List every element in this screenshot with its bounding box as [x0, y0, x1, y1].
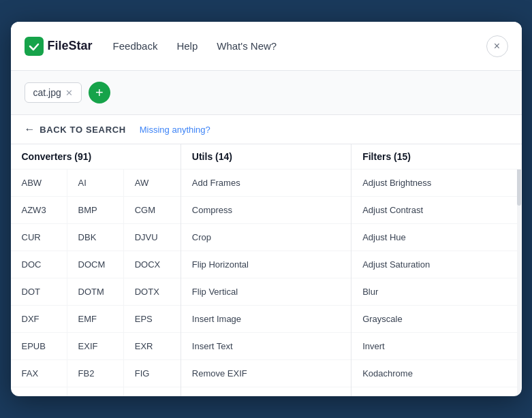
filter-item[interactable]: Adjust Hue — [351, 224, 521, 251]
add-file-icon: + — [95, 86, 104, 99]
converter-item[interactable]: FB2 — [67, 360, 124, 387]
converter-item[interactable]: FAX — [11, 360, 67, 387]
missing-anything-link[interactable]: Missing anything? — [140, 125, 210, 135]
scrollbar-track — [517, 144, 521, 396]
converter-item[interactable]: DOTX — [124, 278, 181, 306]
back-label: BACK TO SEARCH — [40, 125, 126, 135]
converter-item[interactable]: EPUB — [11, 333, 67, 360]
filter-item[interactable]: Lomograph — [351, 387, 521, 396]
filters-list: Adjust BrightnessAdjust ContrastAdjust H… — [351, 170, 521, 396]
converter-item[interactable]: EXIF — [67, 333, 124, 360]
converter-item[interactable]: DOTM — [67, 278, 124, 306]
converter-item[interactable]: EXR — [124, 333, 181, 360]
converter-item[interactable]: GIF — [124, 387, 181, 396]
util-item[interactable]: Add Frames — [181, 170, 351, 197]
util-item[interactable]: Compress — [181, 197, 351, 224]
close-icon: × — [494, 40, 500, 52]
util-item[interactable]: Flip Vertical — [181, 278, 351, 306]
filter-item[interactable]: Kodachrome — [351, 360, 521, 387]
logo-icon — [25, 37, 44, 56]
logo-text: FileStar — [48, 39, 93, 53]
converter-item[interactable]: AZW3 — [11, 197, 67, 224]
converter-item[interactable]: AW — [124, 170, 181, 197]
converters-column: Converters (91) ABWAIAWAZW3BMPCGMCURDBKD… — [11, 144, 181, 396]
util-item[interactable]: Insert Image — [181, 306, 351, 333]
utils-column: Utils (14) Add FramesCompressCropFlip Ho… — [181, 144, 351, 396]
nav-links: Feedback Help What's New? — [113, 40, 486, 52]
converter-item[interactable]: FTS — [11, 387, 67, 396]
close-button[interactable]: × — [486, 35, 508, 57]
add-file-button[interactable]: + — [89, 82, 110, 103]
filter-item[interactable]: Adjust Contrast — [351, 197, 521, 224]
nav-feedback[interactable]: Feedback — [113, 40, 158, 52]
search-nav: ← BACK TO SEARCH Missing anything? — [11, 115, 522, 144]
columns: Converters (91) ABWAIAWAZW3BMPCGMCURDBKD… — [11, 144, 522, 396]
svg-rect-0 — [25, 37, 44, 56]
converter-item[interactable]: DOT — [11, 278, 67, 306]
nav-help[interactable]: Help — [176, 40, 198, 52]
converter-item[interactable]: CGM — [124, 197, 181, 224]
converters-grid: ABWAIAWAZW3BMPCGMCURDBKDJVUDOCDOCMDOCXDO… — [11, 170, 181, 396]
converter-item[interactable]: AI — [67, 170, 124, 197]
file-tab: cat.jpg ✕ — [25, 82, 82, 103]
filter-item[interactable]: Grayscale — [351, 306, 521, 333]
converter-item[interactable]: DOCM — [67, 251, 124, 278]
file-name: cat.jpg — [33, 87, 61, 98]
converter-item[interactable]: DBK — [67, 224, 124, 251]
back-arrow-icon: ← — [25, 123, 36, 135]
util-item[interactable]: Flip Horizontal — [181, 251, 351, 278]
file-tab-close-icon[interactable]: ✕ — [65, 89, 73, 97]
logo[interactable]: FileStar — [25, 37, 93, 56]
converter-item[interactable]: DOC — [11, 251, 67, 278]
nav-whats-new[interactable]: What's New? — [217, 40, 277, 52]
converter-item[interactable]: EPS — [124, 306, 181, 333]
converter-item[interactable]: BMP — [67, 197, 124, 224]
converter-item[interactable]: DJVU — [124, 224, 181, 251]
converter-item[interactable]: ABW — [11, 170, 67, 197]
util-item[interactable]: Rename — [181, 387, 351, 396]
converters-heading: Converters (91) — [11, 144, 181, 170]
main-window: FileStar Feedback Help What's New? × cat… — [11, 22, 522, 396]
converter-item[interactable]: FIG — [124, 360, 181, 387]
filter-item[interactable]: Invert — [351, 333, 521, 360]
converter-item[interactable]: CUR — [11, 224, 67, 251]
filter-item[interactable]: Blur — [351, 278, 521, 306]
filters-heading: Filters (15) — [351, 144, 521, 170]
filters-column: Filters (15) Adjust BrightnessAdjust Con… — [351, 144, 521, 396]
converter-item[interactable]: EMF — [67, 306, 124, 333]
back-to-search-link[interactable]: ← BACK TO SEARCH — [25, 123, 126, 135]
filter-item[interactable]: Adjust Brightness — [351, 170, 521, 197]
util-item[interactable]: Crop — [181, 224, 351, 251]
converter-item[interactable]: G3 — [67, 387, 124, 396]
filter-item[interactable]: Adjust Saturation — [351, 251, 521, 278]
util-item[interactable]: Insert Text — [181, 333, 351, 360]
converter-item[interactable]: DOCX — [124, 251, 181, 278]
utils-heading: Utils (14) — [181, 144, 351, 170]
util-item[interactable]: Remove EXIF — [181, 360, 351, 387]
utils-list: Add FramesCompressCropFlip HorizontalFli… — [181, 170, 351, 396]
file-area: cat.jpg ✕ + — [11, 71, 522, 115]
converter-item[interactable]: DXF — [11, 306, 67, 333]
header: FileStar Feedback Help What's New? × — [11, 22, 522, 71]
